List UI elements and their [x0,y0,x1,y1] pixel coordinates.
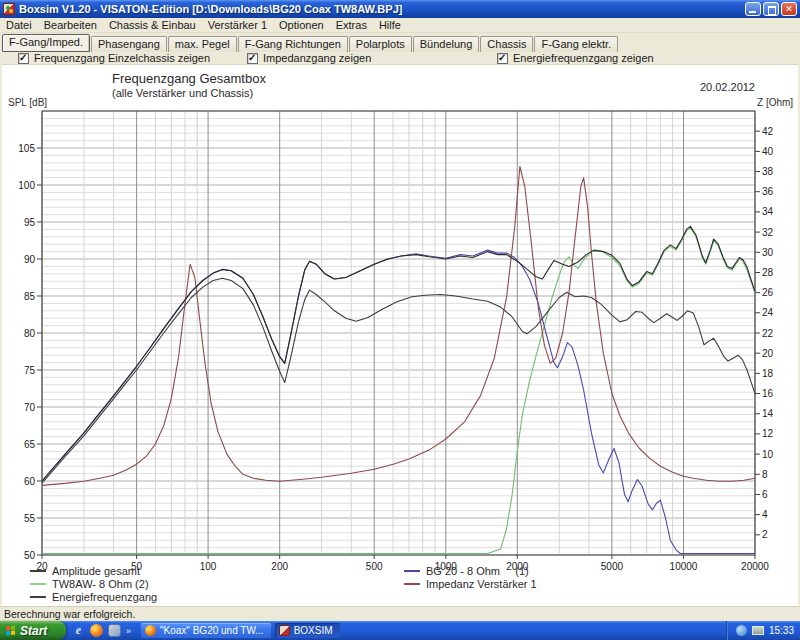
svg-text:500: 500 [366,561,383,572]
svg-text:60: 60 [24,476,36,487]
tab-fgang-richtungen[interactable]: F-Gang Richtungen [238,36,348,52]
legend-line-icon [30,583,46,585]
svg-text:18: 18 [762,368,774,379]
menu-datei[interactable]: Datei [0,18,38,32]
svg-text:10000: 10000 [670,561,698,572]
start-button[interactable]: Start [0,621,66,640]
checkbox-icon[interactable] [247,53,258,64]
svg-text:100: 100 [18,180,35,191]
svg-text:55: 55 [24,513,36,524]
menu-hilfe[interactable]: Hilfe [373,18,407,32]
tab-bar: F-Gang/Imped. Phasengang max. Pegel F-Ga… [0,33,800,52]
status-text: Berechnung war erfolgreich. [4,608,135,620]
task-button-boxsim[interactable]: BOXSIM [275,623,340,638]
svg-text:50: 50 [24,550,36,561]
windows-flag-icon [6,625,16,636]
svg-text:26: 26 [762,287,774,298]
quick-launch-overflow-chevron[interactable]: » [126,626,131,636]
svg-text:2: 2 [762,529,768,540]
svg-text:90: 90 [24,254,36,265]
tab-max-pegel[interactable]: max. Pegel [168,36,237,52]
svg-text:40: 40 [762,146,774,157]
svg-text:30: 30 [762,247,774,258]
legend-amplitude-gesamt: Amplitude gesamt [30,565,140,577]
legend-tw8aw: TW8AW- 8 Ohm (2) [30,578,149,590]
tab-fgang-imped[interactable]: F-Gang/Imped. [2,34,90,52]
svg-text:105: 105 [18,143,35,154]
tab-buendelung[interactable]: Bündelung [413,36,480,52]
boxsim-window: Boxsim V1.20 - VISATON-Edition [D:\Downl… [0,0,800,640]
svg-text:65: 65 [24,439,36,450]
window-title: Boxsim V1.20 - VISATON-Edition [D:\Downl… [19,3,402,15]
tray-hardware-icon[interactable] [736,625,747,636]
svg-text:28: 28 [762,267,774,278]
menu-optionen[interactable]: Optionen [273,18,330,32]
svg-text:34: 34 [762,206,774,217]
menu-bar: Datei Bearbeiten Chassis & Einbau Verstä… [0,18,800,33]
legend-line-icon [404,570,420,572]
svg-text:4: 4 [762,509,768,520]
internet-explorer-icon[interactable]: e [72,624,85,637]
svg-text:85: 85 [24,291,36,302]
menu-chassis-einbau[interactable]: Chassis & Einbau [103,18,202,32]
legend-line-icon [30,570,46,572]
firefox-icon[interactable] [90,624,103,637]
tab-chassis[interactable]: Chassis [480,36,533,52]
svg-text:100: 100 [200,561,217,572]
svg-text:95: 95 [24,217,36,228]
checkbox-einzelchassis[interactable]: Frequenzgang Einzelchassis zeigen [18,52,210,64]
task-button-firefox[interactable]: "Koax" BG20 und TW... [141,623,271,638]
svg-text:14: 14 [762,408,774,419]
svg-text:8: 8 [762,469,768,480]
legend-line-icon [30,596,46,598]
svg-text:22: 22 [762,328,774,339]
firefox-icon [145,625,156,636]
frequency-response-chart: 5055606570758085909510010524681012141618… [2,65,798,606]
minimize-button[interactable] [745,2,761,16]
svg-text:6: 6 [762,489,768,500]
options-row: Frequenzgang Einzelchassis zeigen Impeda… [0,52,800,64]
chart-panel: Frequenzgang Gesamtbox (alle Verstärker … [2,64,798,605]
app-icon [3,3,15,15]
legend-energiefrequenzgang: Energiefrequenzgang [30,591,157,603]
tab-phasengang[interactable]: Phasengang [91,36,167,52]
tab-fgang-elektr[interactable]: F-Gang elektr. [534,36,618,52]
menu-extras[interactable]: Extras [330,18,373,32]
tray-network-icon[interactable] [752,626,764,635]
taskbar-clock: 15:33 [769,625,794,636]
svg-text:20000: 20000 [741,561,769,572]
svg-text:12: 12 [762,428,774,439]
legend-line-icon [404,583,420,585]
svg-text:200: 200 [271,561,288,572]
quick-launch-app-icon[interactable] [108,624,121,637]
checkbox-label: Energiefrequenzgang zeigen [513,52,654,64]
svg-text:16: 16 [762,388,774,399]
svg-text:70: 70 [24,402,36,413]
status-bar: Berechnung war erfolgreich. [0,605,800,621]
checkbox-energiefrequenzgang[interactable]: Energiefrequenzgang zeigen [497,52,654,64]
svg-text:10: 10 [762,449,774,460]
menu-verstaerker[interactable]: Verstärker 1 [202,18,273,32]
svg-text:5000: 5000 [601,561,624,572]
close-button[interactable] [781,2,797,16]
svg-text:80: 80 [24,328,36,339]
checkbox-impedanzgang[interactable]: Impedanzgang zeigen [247,52,371,64]
tab-polarplots[interactable]: Polarplots [349,36,412,52]
legend-impedanz: Impedanz Verstärker 1 [404,578,537,590]
checkbox-label: Frequenzgang Einzelchassis zeigen [34,52,210,64]
title-bar: Boxsim V1.20 - VISATON-Edition [D:\Downl… [0,0,800,18]
restore-button[interactable] [763,2,779,16]
system-tray: 15:33 [727,621,800,640]
checkbox-label: Impedanzgang zeigen [263,52,371,64]
checkbox-icon[interactable] [18,53,29,64]
boxsim-icon [279,625,290,636]
svg-text:20: 20 [762,348,774,359]
menu-bearbeiten[interactable]: Bearbeiten [38,18,103,32]
svg-text:24: 24 [762,307,774,318]
svg-text:75: 75 [24,365,36,376]
checkbox-icon[interactable] [497,53,508,64]
svg-text:38: 38 [762,166,774,177]
svg-text:42: 42 [762,126,774,137]
quick-launch: e » [66,624,137,637]
legend-bg20: BG 20 - 8 Ohm (1) [404,565,529,577]
